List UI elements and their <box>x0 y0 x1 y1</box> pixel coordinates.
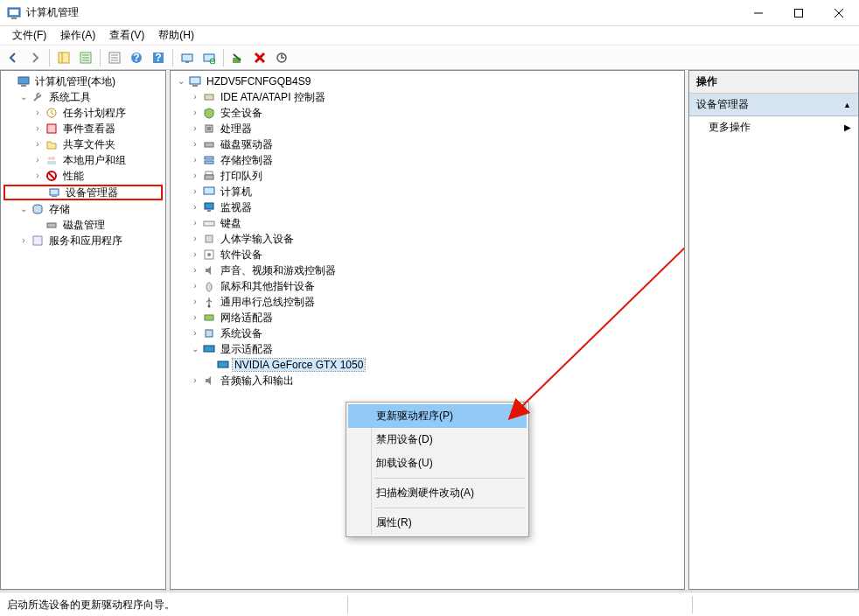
expand-icon[interactable]: › <box>188 216 202 230</box>
minimize-button[interactable] <box>738 0 779 25</box>
actions-more[interactable]: 更多操作 ▶ <box>689 116 858 138</box>
expand-icon[interactable]: › <box>31 153 45 167</box>
tree-disk-management[interactable]: 磁盘管理 <box>3 217 164 233</box>
expand-icon[interactable]: › <box>188 232 202 246</box>
device-gpu[interactable]: NVIDIA GeForce GTX 1050 <box>174 357 682 373</box>
device-disk[interactable]: ›磁盘驱动器 <box>174 136 682 152</box>
menu-update-driver[interactable]: 更新驱动程序(P) <box>348 404 527 428</box>
forward-button[interactable] <box>25 48 45 67</box>
device-keyboard[interactable]: ›键盘 <box>174 215 682 231</box>
help-button[interactable]: ? <box>127 48 146 67</box>
expand-icon[interactable]: › <box>188 153 202 167</box>
device-mouse[interactable]: ›鼠标和其他指针设备 <box>174 278 682 294</box>
expand-icon[interactable]: › <box>188 374 202 388</box>
tree-device-manager[interactable]: 设备管理器 <box>3 185 163 200</box>
menu-file[interactable]: 文件(F) <box>5 26 53 45</box>
tree-label: HZDV5FCNFGQB4S9 <box>205 75 312 88</box>
title-bar[interactable]: 计算机管理 <box>0 0 859 26</box>
properties-button[interactable] <box>76 48 95 67</box>
device-security[interactable]: ›安全设备 <box>174 105 682 121</box>
expand-icon[interactable]: › <box>31 122 45 136</box>
menu-action[interactable]: 操作(A) <box>53 26 102 45</box>
tree-label: 磁盘管理 <box>61 218 107 233</box>
menu-disable-device[interactable]: 禁用设备(D) <box>348 428 527 452</box>
tree-performance[interactable]: › 性能 <box>3 168 164 184</box>
tree-services-apps[interactable]: › 服务和应用程序 <box>3 233 164 248</box>
maximize-button[interactable] <box>779 0 819 25</box>
expand-icon[interactable]: › <box>188 169 202 183</box>
actions-section[interactable]: 设备管理器 ▲ <box>689 94 858 116</box>
expand-icon[interactable]: › <box>17 234 31 248</box>
svg-rect-65 <box>218 361 228 368</box>
show-hide-tree-button[interactable] <box>54 48 73 67</box>
back-button[interactable] <box>3 48 23 67</box>
device-hid[interactable]: ›人体学输入设备 <box>174 231 682 247</box>
collapse-icon[interactable]: ⌄ <box>17 202 31 216</box>
device-display-adapter[interactable]: ⌄显示适配器 <box>174 341 682 357</box>
close-button[interactable] <box>819 0 859 25</box>
expand-icon[interactable]: › <box>188 248 202 262</box>
svg-point-60 <box>206 283 212 291</box>
scan-hardware-button[interactable] <box>178 48 197 67</box>
tree-local-users[interactable]: › 本地用户和组 <box>3 152 164 168</box>
expand-icon[interactable]: › <box>31 169 45 183</box>
list-button[interactable] <box>105 48 124 67</box>
device-usb[interactable]: ›通用串行总线控制器 <box>174 294 682 310</box>
expand-icon[interactable]: › <box>188 279 202 293</box>
expand-icon[interactable]: › <box>188 200 202 214</box>
scan-button[interactable] <box>199 48 219 67</box>
expand-icon[interactable]: › <box>188 263 202 277</box>
menu-properties[interactable]: 属性(R) <box>348 511 527 535</box>
expand-icon[interactable]: › <box>188 90 202 104</box>
expand-icon[interactable]: › <box>188 185 202 199</box>
device-root[interactable]: ⌄HZDV5FCNFGQB4S9 <box>174 74 682 89</box>
device-monitor[interactable]: ›监视器 <box>174 200 682 215</box>
device-sound[interactable]: ›声音、视频和游戏控制器 <box>174 262 682 278</box>
device-software[interactable]: ›软件设备 <box>174 247 682 262</box>
expand-icon[interactable]: › <box>188 311 202 325</box>
svg-line-37 <box>48 172 55 179</box>
menu-scan-hardware[interactable]: 扫描检测硬件改动(A) <box>348 481 527 505</box>
tools-icon <box>31 90 45 104</box>
menu-view[interactable]: 查看(V) <box>102 26 151 45</box>
tree-storage[interactable]: ⌄ 存储 <box>3 201 164 217</box>
hid-icon <box>202 232 216 246</box>
menu-uninstall-device[interactable]: 卸载设备(U) <box>348 452 527 475</box>
tree-label: IDE ATA/ATAPI 控制器 <box>219 90 327 105</box>
collapse-icon[interactable]: ⌄ <box>174 74 188 88</box>
pc-icon <box>202 185 216 199</box>
device-tree-panel[interactable]: ⌄HZDV5FCNFGQB4S9 ›IDE ATA/ATAPI 控制器 ›安全设… <box>170 70 685 590</box>
collapse-icon[interactable]: ⌄ <box>17 90 31 104</box>
expand-icon[interactable]: › <box>188 295 202 309</box>
device-storage-controller[interactable]: ›存储控制器 <box>174 152 682 168</box>
tree-system-tools[interactable]: ⌄ 系统工具 <box>3 89 164 105</box>
expand-icon[interactable]: › <box>31 137 45 151</box>
device-cpu[interactable]: ›处理器 <box>174 121 682 136</box>
enable-button[interactable] <box>228 48 248 67</box>
device-computers[interactable]: ›计算机 <box>174 184 682 200</box>
menu-help[interactable]: 帮助(H) <box>151 26 201 45</box>
tree-event-viewer[interactable]: › 事件查看器 <box>3 121 164 136</box>
device-network[interactable]: ›网络适配器 <box>174 310 682 326</box>
uninstall-button[interactable] <box>250 48 269 67</box>
expand-icon[interactable]: › <box>188 122 202 136</box>
svg-point-61 <box>208 305 211 308</box>
device-system[interactable]: ›系统设备 <box>174 326 682 341</box>
tree-root[interactable]: 计算机管理(本地) <box>3 74 164 89</box>
device-print-queue[interactable]: ›打印队列 <box>174 168 682 184</box>
collapse-triangle-icon[interactable]: ▲ <box>843 101 851 109</box>
tree-task-scheduler[interactable]: › 任务计划程序 <box>3 105 164 121</box>
expand-icon[interactable]: › <box>31 106 45 120</box>
left-navigation-panel[interactable]: 计算机管理(本地) ⌄ 系统工具 › 任务计划程序 › 事件查看器 › 共享文件… <box>0 70 166 590</box>
expand-icon[interactable]: › <box>188 326 202 340</box>
tree-shared-folders[interactable]: › 共享文件夹 <box>3 136 164 152</box>
svg-rect-57 <box>206 235 213 242</box>
update-button[interactable] <box>272 48 291 67</box>
device-audio[interactable]: ›音频输入和输出 <box>174 373 682 388</box>
collapse-icon[interactable]: ⌄ <box>188 342 202 356</box>
device-ide[interactable]: ›IDE ATA/ATAPI 控制器 <box>174 89 682 105</box>
expand-icon[interactable]: › <box>188 106 202 120</box>
expand-icon[interactable]: › <box>188 137 202 151</box>
svg-rect-44 <box>192 85 198 87</box>
help-button-2[interactable]: ? <box>149 48 168 67</box>
